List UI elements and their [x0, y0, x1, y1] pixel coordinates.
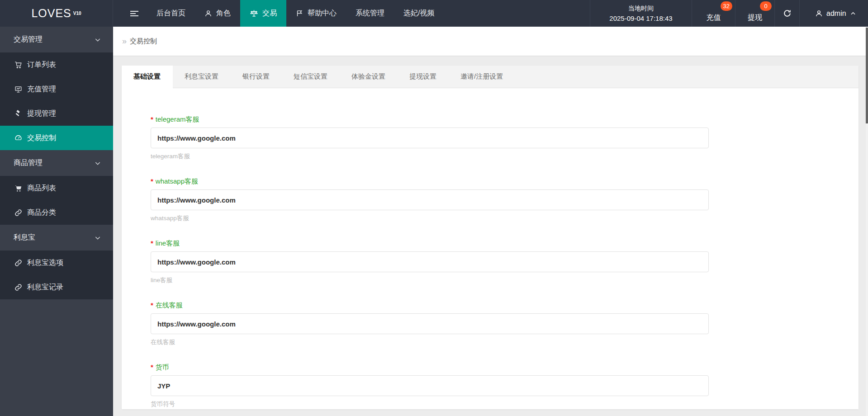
required-asterisk: * [151, 363, 153, 371]
main-content: » 交易控制 基础设置 利息宝设置 银行设置 短信宝设置 体验金设置 提现设置 … [113, 27, 868, 416]
chevron-down-icon [94, 234, 101, 241]
basic-settings-form: *telegeram客服 telegeram客服 *whatsapp客服 wha… [122, 88, 859, 408]
nav-item-system[interactable]: 系统管理 [346, 0, 394, 27]
sidebar-item-label: 提现管理 [27, 109, 56, 118]
settings-tabbar: 基础设置 利息宝设置 银行设置 短信宝设置 体验金设置 提现设置 邀请/注册设置 [122, 66, 859, 88]
nav-video-label: 选妃/视频 [403, 9, 434, 18]
sidebar-item-label: 商品列表 [27, 184, 56, 193]
field-label: *telegeram客服 [151, 115, 709, 124]
sidebar-toggle-button[interactable] [122, 0, 147, 27]
sidebar-group-label: 交易管理 [14, 35, 43, 44]
nav-trade-label: 交易 [262, 9, 277, 18]
chevron-down-icon [94, 160, 101, 167]
gavel-icon [14, 110, 22, 118]
nav-item-role[interactable]: 角色 [195, 0, 240, 27]
nav-home-label: 后台首页 [157, 9, 185, 18]
required-asterisk: * [151, 239, 153, 247]
recharge-badge: 32 [721, 1, 732, 11]
cart-icon [14, 61, 22, 69]
tab-trial-settings[interactable]: 体验金设置 [340, 66, 398, 88]
tab-sms-settings[interactable]: 短信宝设置 [282, 66, 340, 88]
user-icon [815, 9, 823, 17]
field-help-text: 货币符号 [151, 400, 709, 408]
local-time-label: 当地时间 [628, 5, 654, 13]
field-help-text: line客服 [151, 276, 709, 284]
sidebar-item-label: 商品分类 [27, 208, 56, 217]
nav-item-trade[interactable]: 交易 [240, 0, 286, 27]
refresh-button[interactable] [774, 0, 799, 27]
sidebar-item-label: 订单列表 [27, 60, 56, 70]
form-group-telegram: *telegeram客服 telegeram客服 [151, 115, 709, 161]
sidebar-group-label: 商品管理 [14, 158, 43, 168]
field-label: *whatsapp客服 [151, 177, 709, 186]
tab-bank-settings[interactable]: 银行设置 [231, 66, 282, 88]
withdraw-badge: 0 [760, 1, 772, 11]
online-service-input[interactable] [151, 313, 709, 334]
sidebar-item-withdraw[interactable]: 提现管理 [0, 101, 113, 126]
sidebar-item-order-list[interactable]: 订单列表 [0, 52, 113, 77]
field-help-text: 在线客服 [151, 338, 709, 346]
sidebar-item-label: 利息宝选项 [27, 258, 63, 268]
local-time-box: 当地时间 2025-09-04 17:18:43 [590, 0, 692, 27]
nav-system-label: 系统管理 [356, 9, 384, 18]
withdraw-button[interactable]: 提现 0 [735, 0, 774, 27]
cart-icon [14, 184, 22, 192]
board-icon [14, 85, 22, 93]
hamburger-icon [130, 9, 138, 18]
nav-item-home[interactable]: 后台首页 [147, 0, 195, 27]
whatsapp-service-input[interactable] [151, 189, 709, 210]
local-time-value: 2025-09-04 17:18:43 [609, 14, 672, 22]
sidebar-item-goods-category[interactable]: 商品分类 [0, 200, 113, 225]
nav-help-label: 帮助中心 [308, 9, 337, 18]
user-icon [204, 9, 212, 17]
tab-basic-settings[interactable]: 基础设置 [122, 66, 173, 88]
admin-username: admin [826, 9, 846, 18]
vertical-scrollbar [866, 27, 868, 416]
sidebar-group-lixibao[interactable]: 利息宝 [0, 225, 113, 251]
chevron-down-icon [94, 36, 101, 43]
nav-item-help[interactable]: 帮助中心 [286, 0, 346, 27]
tab-invite-register-settings[interactable]: 邀请/注册设置 [449, 66, 515, 88]
line-service-input[interactable] [151, 251, 709, 272]
scrollbar-thumb[interactable] [866, 28, 868, 123]
sidebar-item-lixibao-records[interactable]: 利息宝记录 [0, 275, 113, 299]
field-label: *货币 [151, 363, 709, 372]
form-group-line: *line客服 line客服 [151, 239, 709, 284]
sidebar-item-trade-control[interactable]: 交易控制 [0, 126, 113, 150]
link-icon [14, 209, 22, 217]
sidebar-item-goods-list[interactable]: 商品列表 [0, 176, 113, 200]
breadcrumb: » 交易控制 [113, 27, 868, 56]
topbar-right-section: 当地时间 2025-09-04 17:18:43 充值 32 提现 0 admi… [590, 0, 868, 27]
link-icon [14, 284, 22, 291]
brand-name: LOVES [31, 7, 71, 20]
form-group-whatsapp: *whatsapp客服 whatsapp客服 [151, 177, 709, 222]
field-label: *在线客服 [151, 301, 709, 310]
form-group-currency: *货币 货币符号 [151, 363, 709, 408]
refresh-icon [783, 9, 792, 18]
scales-icon [250, 9, 258, 18]
breadcrumb-arrows-icon: » [122, 37, 127, 46]
sidebar-group-goods[interactable]: 商品管理 [0, 150, 113, 176]
brand-logo: LOVES V10 [0, 0, 113, 27]
field-help-text: telegeram客服 [151, 152, 709, 161]
telegram-service-input[interactable] [151, 128, 709, 148]
sidebar-item-recharge[interactable]: 充值管理 [0, 77, 113, 101]
sidebar: 交易管理 订单列表 充值管理 提现管理 交易控制 商品管理 [0, 27, 113, 416]
tab-lixibao-settings[interactable]: 利息宝设置 [173, 66, 231, 88]
form-group-online-service: *在线客服 在线客服 [151, 301, 709, 346]
sidebar-item-lixibao-options[interactable]: 利息宝选项 [0, 251, 113, 275]
sidebar-item-label: 交易控制 [27, 133, 56, 143]
recharge-label: 充值 [707, 13, 721, 23]
required-asterisk: * [151, 115, 153, 123]
admin-menu[interactable]: admin [799, 0, 868, 27]
settings-card: 基础设置 利息宝设置 银行设置 短信宝设置 体验金设置 提现设置 邀请/注册设置… [122, 66, 859, 409]
required-asterisk: * [151, 177, 153, 185]
tab-withdraw-settings[interactable]: 提现设置 [398, 66, 449, 88]
sidebar-group-trade[interactable]: 交易管理 [0, 27, 113, 52]
nav-item-video[interactable]: 选妃/视频 [394, 0, 444, 27]
recharge-button[interactable]: 充值 32 [692, 0, 735, 27]
chevron-up-icon [850, 10, 856, 17]
gauge-icon [14, 134, 22, 142]
currency-input[interactable] [151, 375, 709, 396]
sidebar-group-label: 利息宝 [14, 233, 35, 242]
